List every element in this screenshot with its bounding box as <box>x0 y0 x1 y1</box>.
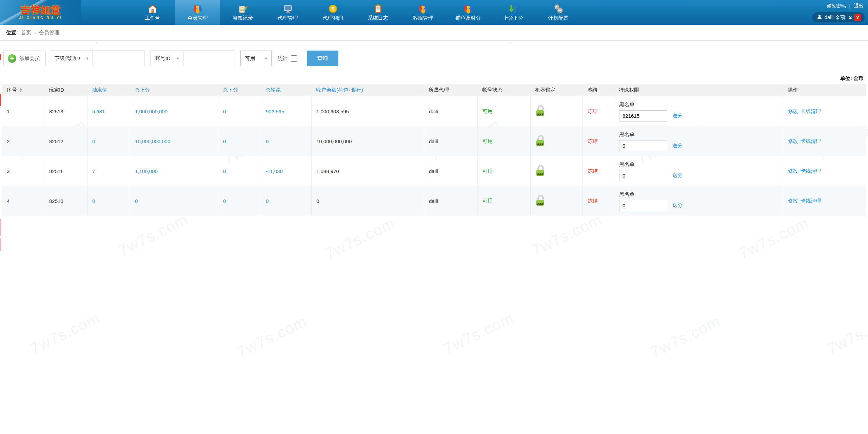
table-row: 1 82513 5,981 1,000,000,000 0 903,595 1,… <box>2 96 866 126</box>
total-up-link[interactable]: 0 <box>135 198 138 204</box>
unlock-icon[interactable] <box>535 194 546 208</box>
send-points-link[interactable]: 送分 <box>672 202 683 209</box>
edit-link[interactable]: 修改 <box>788 198 798 204</box>
main-menu: 工作台 会员管理 游戏记录 代理管理 $ 代理利润 系统日志 客服管理 捕鱼及时 <box>130 0 581 25</box>
col-header-agent: 所属代理 <box>424 84 477 96</box>
breadcrumb-label: 位置: <box>6 30 18 36</box>
clipboard-icon <box>373 4 383 14</box>
money-icon: $ <box>328 4 338 14</box>
menu-item-fishing-points[interactable]: 捕鱼及时分 <box>446 0 491 25</box>
breadcrumb-home[interactable]: 首页 <box>21 30 31 36</box>
table-row: 4 82510 0 0 0 0 0 daili 可用 冻结 黑名单 送分 修改 … <box>2 186 866 216</box>
freeze-link[interactable]: 冻结 <box>588 138 598 145</box>
blacklist-input[interactable] <box>619 200 667 211</box>
menu-item-system-logs[interactable]: 系统日志 <box>355 0 400 25</box>
unlock-icon[interactable] <box>535 165 546 178</box>
table-header-row: 序号 玩家ID 抽水值 总上分 总下分 总输赢 账户余额(荷包+银行) 所属代理… <box>2 84 866 96</box>
watermark-text: 7w7s.com <box>115 210 191 260</box>
freeze-link[interactable]: 冻结 <box>588 108 598 115</box>
stats-checkbox[interactable] <box>291 55 297 62</box>
unlock-icon[interactable] <box>535 105 546 118</box>
stats-option: 统计 <box>278 55 297 62</box>
clear-line-link[interactable]: 卡线清理 <box>801 138 821 145</box>
pump-link[interactable]: 7 <box>92 168 95 174</box>
cell-operations: 修改 卡线清理 <box>783 126 866 156</box>
sort-icon[interactable] <box>19 88 22 92</box>
unit-label: 单位: 金币 <box>0 75 868 82</box>
send-points-link[interactable]: 送分 <box>672 113 683 119</box>
agent-id-input[interactable] <box>93 51 144 66</box>
updown-icon <box>508 4 518 14</box>
balance-badge: ? <box>854 14 861 21</box>
links-separator: | <box>849 3 850 9</box>
gears-icon <box>553 4 564 14</box>
stats-label: 统计 <box>278 55 288 62</box>
col-header-total-down[interactable]: 总下分 <box>218 84 261 96</box>
menu-item-customer-service[interactable]: 客服管理 <box>400 0 446 25</box>
total-down-link[interactable]: 0 <box>223 168 226 174</box>
pump-link[interactable]: 5,981 <box>92 109 105 114</box>
blacklist-input[interactable] <box>619 110 667 121</box>
pump-link[interactable]: 0 <box>92 198 95 204</box>
menu-item-label: 代理利润 <box>323 15 343 21</box>
clear-line-link[interactable]: 卡线清理 <box>801 198 821 204</box>
menu-item-credit-updown[interactable]: 上分下分 <box>491 0 536 25</box>
freeze-link[interactable]: 冻结 <box>588 198 598 204</box>
chevron-down-icon: ▼ <box>176 56 180 60</box>
agent-id-select[interactable]: 下级代理ID ▼ <box>50 51 93 66</box>
col-header-winloss[interactable]: 总输赢 <box>261 84 311 96</box>
edit-link[interactable]: 修改 <box>788 168 798 174</box>
account-id-input[interactable] <box>183 51 235 66</box>
menu-item-plan-config[interactable]: 计划配置 <box>536 0 581 25</box>
blacklist-input[interactable] <box>619 140 667 151</box>
logo[interactable]: 吉祥如意 JI XIANG RU YI <box>0 0 81 25</box>
status-select[interactable]: 可用 ▼ <box>240 51 272 66</box>
menu-item-agent-profit[interactable]: $ 代理利润 <box>310 0 355 25</box>
user-balance-pill[interactable]: daili 余额: ¥ ? <box>812 12 865 22</box>
edit-link[interactable]: 修改 <box>788 108 798 115</box>
cell-special-permissions: 黑名单 送分 <box>614 156 783 186</box>
send-points-link[interactable]: 送分 <box>672 143 683 149</box>
add-member-button[interactable]: + 添加会员 <box>3 51 46 66</box>
change-password-link[interactable]: 修改密码 <box>827 3 846 9</box>
total-down-link[interactable]: 0 <box>223 138 226 144</box>
winloss-link[interactable]: 0 <box>266 198 269 204</box>
top-nav: 吉祥如意 JI XIANG RU YI 工作台 会员管理 游戏记录 代理管理 $… <box>0 0 868 25</box>
top-links: 修改密码 | 退出 <box>827 3 863 9</box>
table-body: 1 82513 5,981 1,000,000,000 0 903,595 1,… <box>2 96 866 216</box>
menu-item-workbench[interactable]: 工作台 <box>130 0 175 25</box>
cell-balance: 1,088,970 <box>311 156 424 186</box>
total-down-link[interactable]: 0 <box>223 109 226 114</box>
currency-symbol: ¥ <box>849 15 852 20</box>
clear-line-link[interactable]: 卡线清理 <box>801 168 821 174</box>
col-header-total-up[interactable]: 总上分 <box>130 84 218 96</box>
cell-agent: daili <box>424 186 477 216</box>
total-up-link[interactable]: 1,000,000,000 <box>135 109 167 114</box>
clear-line-link[interactable]: 卡线清理 <box>801 108 821 115</box>
total-up-link[interactable]: 1,100,000 <box>135 168 158 174</box>
col-header-balance[interactable]: 账户余额(荷包+银行) <box>311 84 424 96</box>
cell-operations: 修改 卡线清理 <box>783 186 866 216</box>
menu-item-agent-management[interactable]: 代理管理 <box>265 0 310 25</box>
account-id-select[interactable]: 账号ID ▼ <box>151 51 183 66</box>
freeze-link[interactable]: 冻结 <box>588 168 598 174</box>
total-down-link[interactable]: 0 <box>223 198 226 204</box>
winloss-link[interactable]: 903,595 <box>266 109 284 114</box>
menu-item-game-records[interactable]: 游戏记录 <box>220 0 265 25</box>
col-header-freeze: 冻结 <box>583 84 614 96</box>
col-header-pump[interactable]: 抽水值 <box>87 84 130 96</box>
edit-link[interactable]: 修改 <box>788 138 798 145</box>
winloss-link[interactable]: -11,030 <box>266 168 283 174</box>
col-header-player-id: 玩家ID <box>44 84 87 96</box>
pump-link[interactable]: 0 <box>92 138 95 144</box>
send-points-link[interactable]: 送分 <box>672 172 683 179</box>
total-up-link[interactable]: 10,000,000,000 <box>135 138 170 144</box>
unlock-icon[interactable] <box>535 135 546 148</box>
user-icon <box>817 14 822 21</box>
search-button[interactable]: 查询 <box>307 51 338 66</box>
blacklist-input[interactable] <box>619 170 667 181</box>
logout-link[interactable]: 退出 <box>854 3 863 9</box>
col-header-seq[interactable]: 序号 <box>2 84 44 96</box>
winloss-link[interactable]: 0 <box>266 138 269 144</box>
menu-item-members[interactable]: 会员管理 <box>175 0 220 25</box>
